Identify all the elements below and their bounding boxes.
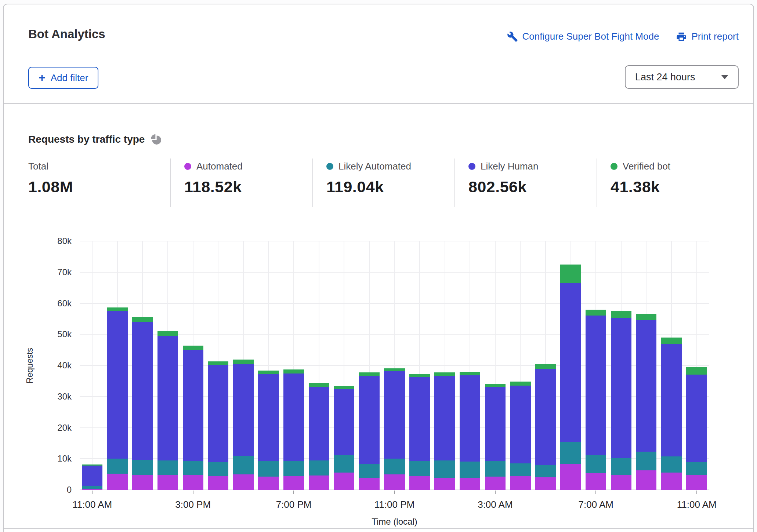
bar-segment[interactable] [409,476,430,490]
bar-segment[interactable] [258,374,279,461]
stacked-bar[interactable] [132,317,153,490]
bar-segment[interactable] [611,311,631,318]
bar-segment[interactable] [510,386,530,463]
stacked-bar[interactable] [485,384,506,490]
bar-segment[interactable] [208,365,228,462]
bar-segment[interactable] [535,369,556,465]
bar-segment[interactable] [535,364,556,369]
bar-segment[interactable] [586,455,606,473]
bar-segment[interactable] [132,475,153,490]
stacked-bar[interactable] [560,265,581,490]
bar-segment[interactable] [107,307,128,311]
bar-segment[interactable] [309,475,329,490]
stat-likely-automated[interactable]: Likely Automated 119.04k [312,158,454,207]
bar-segment[interactable] [409,377,430,461]
bar-segment[interactable] [661,473,682,490]
bar-segment[interactable] [686,375,707,462]
bar-segment[interactable] [384,459,405,474]
bar-segment[interactable] [208,462,228,475]
bar-segment[interactable] [208,361,228,365]
stacked-bar[interactable] [183,346,203,490]
stacked-bar[interactable] [460,372,480,490]
bar-segment[interactable] [132,460,153,475]
bar-segment[interactable] [661,456,682,472]
bar-segment[interactable] [283,369,304,374]
bar-segment[interactable] [183,350,203,461]
bar-segment[interactable] [233,360,254,365]
bar-segment[interactable] [611,458,631,475]
stat-likely-human[interactable]: Likely Human 802.56k [454,158,597,207]
bar-segment[interactable] [157,336,178,460]
bar-segment[interactable] [409,374,430,377]
bar-segment[interactable] [460,462,480,478]
time-range-select[interactable]: Last 24 hours [625,65,739,89]
bar-segment[interactable] [586,310,606,316]
stacked-bar[interactable] [611,311,631,490]
bar-segment[interactable] [560,283,581,442]
bar-segment[interactable] [359,372,380,376]
stacked-bar[interactable] [586,310,606,490]
bar-segment[interactable] [183,475,203,490]
bar-segment[interactable] [409,461,430,476]
bar-segment[interactable] [132,322,153,460]
bar-segment[interactable] [636,470,656,490]
bar-segment[interactable] [485,387,506,461]
stacked-bar[interactable] [233,360,254,490]
bar-segment[interactable] [157,475,178,490]
stat-automated[interactable]: Automated 118.52k [170,158,312,207]
bar-segment[interactable] [359,376,380,464]
bar-segment[interactable] [258,371,279,374]
bar-segment[interactable] [283,461,304,476]
bar-segment[interactable] [309,383,329,386]
stacked-bar[interactable] [686,367,707,490]
bar-segment[interactable] [636,314,656,320]
bar-segment[interactable] [384,474,405,490]
add-filter-button[interactable]: + Add filter [28,67,98,89]
bar-segment[interactable] [157,331,178,336]
bar-segment[interactable] [183,461,203,475]
stacked-bar[interactable] [208,361,228,490]
bar-segment[interactable] [233,456,254,474]
bar-segment[interactable] [434,376,455,460]
bar-segment[interactable] [309,387,329,460]
bar-segment[interactable] [283,476,304,490]
bar-segment[interactable] [384,368,405,371]
stacked-bar[interactable] [510,382,530,490]
bar-segment[interactable] [586,316,606,455]
stacked-bar[interactable] [82,464,102,490]
bar-segment[interactable] [460,375,480,462]
bar-segment[interactable] [560,442,581,464]
stacked-bar[interactable] [636,314,656,490]
bar-segment[interactable] [686,475,707,490]
bar-segment[interactable] [107,311,128,459]
bar-segment[interactable] [586,473,606,490]
bar-segment[interactable] [636,320,656,451]
bar-segment[interactable] [334,389,354,455]
bar-segment[interactable] [535,477,556,490]
bar-segment[interactable] [510,463,530,476]
bar-segment[interactable] [157,460,178,475]
stacked-bar[interactable] [384,368,405,490]
stacked-bar[interactable] [107,307,128,490]
bar-segment[interactable] [359,478,380,490]
stacked-bar[interactable] [258,371,279,490]
stat-verified-bot[interactable]: Verified bot 41.38k [597,158,739,207]
bar-segment[interactable] [661,338,682,344]
bar-segment[interactable] [485,461,506,477]
bar-segment[interactable] [560,464,581,490]
bar-segment[interactable] [460,478,480,490]
print-report-link[interactable]: Print report [676,31,739,42]
bar-segment[interactable] [359,464,380,478]
stacked-bar[interactable] [661,338,682,490]
bar-segment[interactable] [334,386,354,389]
stacked-bar[interactable] [309,383,329,490]
bar-segment[interactable] [283,374,304,461]
bar-segment[interactable] [107,474,128,490]
bar-segment[interactable] [560,265,581,283]
bar-segment[interactable] [686,367,707,375]
bar-segment[interactable] [309,460,329,476]
bar-segment[interactable] [334,455,354,473]
bar-segment[interactable] [233,474,254,490]
bar-segment[interactable] [258,477,279,490]
bar-segment[interactable] [535,465,556,477]
